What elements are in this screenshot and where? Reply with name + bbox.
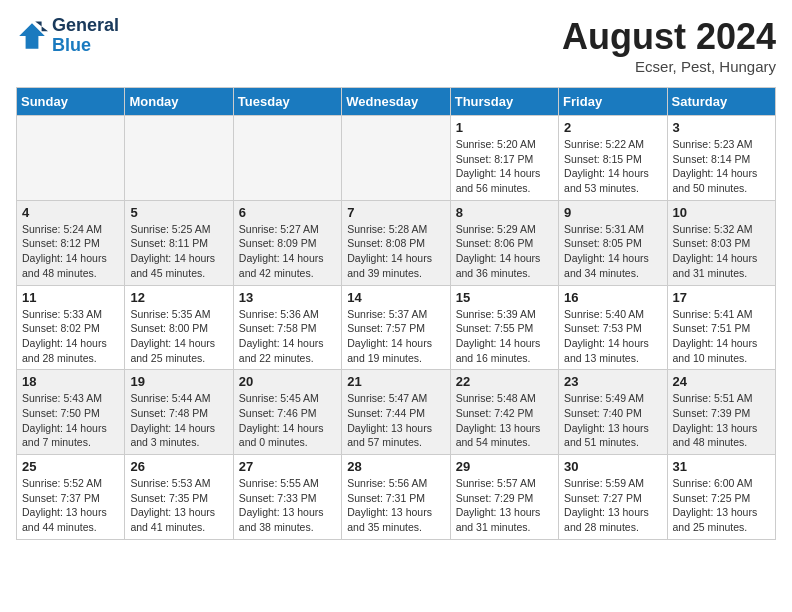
day-info: Sunrise: 5:52 AMSunset: 7:37 PMDaylight:… bbox=[22, 476, 119, 535]
calendar-cell: 25Sunrise: 5:52 AMSunset: 7:37 PMDayligh… bbox=[17, 455, 125, 540]
day-number: 4 bbox=[22, 205, 119, 220]
day-number: 9 bbox=[564, 205, 661, 220]
calendar-week-row: 4Sunrise: 5:24 AMSunset: 8:12 PMDaylight… bbox=[17, 200, 776, 285]
day-info: Sunrise: 5:32 AMSunset: 8:03 PMDaylight:… bbox=[673, 222, 770, 281]
calendar-cell: 4Sunrise: 5:24 AMSunset: 8:12 PMDaylight… bbox=[17, 200, 125, 285]
day-number: 12 bbox=[130, 290, 227, 305]
day-number: 26 bbox=[130, 459, 227, 474]
title-block: August 2024 Ecser, Pest, Hungary bbox=[562, 16, 776, 75]
calendar: SundayMondayTuesdayWednesdayThursdayFrid… bbox=[16, 87, 776, 540]
day-info: Sunrise: 5:45 AMSunset: 7:46 PMDaylight:… bbox=[239, 391, 336, 450]
day-number: 23 bbox=[564, 374, 661, 389]
day-number: 1 bbox=[456, 120, 553, 135]
calendar-cell: 24Sunrise: 5:51 AMSunset: 7:39 PMDayligh… bbox=[667, 370, 775, 455]
day-number: 27 bbox=[239, 459, 336, 474]
calendar-cell: 5Sunrise: 5:25 AMSunset: 8:11 PMDaylight… bbox=[125, 200, 233, 285]
calendar-week-row: 1Sunrise: 5:20 AMSunset: 8:17 PMDaylight… bbox=[17, 116, 776, 201]
calendar-cell: 9Sunrise: 5:31 AMSunset: 8:05 PMDaylight… bbox=[559, 200, 667, 285]
calendar-week-row: 11Sunrise: 5:33 AMSunset: 8:02 PMDayligh… bbox=[17, 285, 776, 370]
logo-icon bbox=[16, 20, 48, 52]
day-number: 29 bbox=[456, 459, 553, 474]
month-title: August 2024 bbox=[562, 16, 776, 58]
weekday-header: Tuesday bbox=[233, 88, 341, 116]
weekday-header: Thursday bbox=[450, 88, 558, 116]
day-info: Sunrise: 5:33 AMSunset: 8:02 PMDaylight:… bbox=[22, 307, 119, 366]
calendar-cell: 10Sunrise: 5:32 AMSunset: 8:03 PMDayligh… bbox=[667, 200, 775, 285]
day-info: Sunrise: 5:31 AMSunset: 8:05 PMDaylight:… bbox=[564, 222, 661, 281]
day-number: 24 bbox=[673, 374, 770, 389]
calendar-cell: 18Sunrise: 5:43 AMSunset: 7:50 PMDayligh… bbox=[17, 370, 125, 455]
weekday-header: Wednesday bbox=[342, 88, 450, 116]
day-number: 16 bbox=[564, 290, 661, 305]
day-number: 10 bbox=[673, 205, 770, 220]
calendar-cell: 29Sunrise: 5:57 AMSunset: 7:29 PMDayligh… bbox=[450, 455, 558, 540]
day-number: 3 bbox=[673, 120, 770, 135]
svg-marker-0 bbox=[19, 23, 45, 49]
day-info: Sunrise: 6:00 AMSunset: 7:25 PMDaylight:… bbox=[673, 476, 770, 535]
calendar-cell: 12Sunrise: 5:35 AMSunset: 8:00 PMDayligh… bbox=[125, 285, 233, 370]
weekday-header: Friday bbox=[559, 88, 667, 116]
calendar-cell: 14Sunrise: 5:37 AMSunset: 7:57 PMDayligh… bbox=[342, 285, 450, 370]
calendar-header-row: SundayMondayTuesdayWednesdayThursdayFrid… bbox=[17, 88, 776, 116]
page-header: General Blue August 2024 Ecser, Pest, Hu… bbox=[16, 16, 776, 75]
location: Ecser, Pest, Hungary bbox=[562, 58, 776, 75]
day-info: Sunrise: 5:39 AMSunset: 7:55 PMDaylight:… bbox=[456, 307, 553, 366]
day-number: 8 bbox=[456, 205, 553, 220]
day-info: Sunrise: 5:37 AMSunset: 7:57 PMDaylight:… bbox=[347, 307, 444, 366]
calendar-cell: 11Sunrise: 5:33 AMSunset: 8:02 PMDayligh… bbox=[17, 285, 125, 370]
calendar-cell: 2Sunrise: 5:22 AMSunset: 8:15 PMDaylight… bbox=[559, 116, 667, 201]
day-number: 5 bbox=[130, 205, 227, 220]
day-number: 28 bbox=[347, 459, 444, 474]
day-number: 2 bbox=[564, 120, 661, 135]
day-info: Sunrise: 5:27 AMSunset: 8:09 PMDaylight:… bbox=[239, 222, 336, 281]
day-number: 31 bbox=[673, 459, 770, 474]
calendar-cell: 22Sunrise: 5:48 AMSunset: 7:42 PMDayligh… bbox=[450, 370, 558, 455]
day-info: Sunrise: 5:43 AMSunset: 7:50 PMDaylight:… bbox=[22, 391, 119, 450]
day-number: 30 bbox=[564, 459, 661, 474]
day-info: Sunrise: 5:23 AMSunset: 8:14 PMDaylight:… bbox=[673, 137, 770, 196]
day-info: Sunrise: 5:57 AMSunset: 7:29 PMDaylight:… bbox=[456, 476, 553, 535]
weekday-header: Sunday bbox=[17, 88, 125, 116]
calendar-cell bbox=[233, 116, 341, 201]
calendar-cell: 26Sunrise: 5:53 AMSunset: 7:35 PMDayligh… bbox=[125, 455, 233, 540]
calendar-cell: 21Sunrise: 5:47 AMSunset: 7:44 PMDayligh… bbox=[342, 370, 450, 455]
day-number: 25 bbox=[22, 459, 119, 474]
calendar-cell bbox=[17, 116, 125, 201]
day-number: 6 bbox=[239, 205, 336, 220]
calendar-cell: 8Sunrise: 5:29 AMSunset: 8:06 PMDaylight… bbox=[450, 200, 558, 285]
day-info: Sunrise: 5:29 AMSunset: 8:06 PMDaylight:… bbox=[456, 222, 553, 281]
logo-text: General Blue bbox=[52, 16, 119, 56]
calendar-cell: 20Sunrise: 5:45 AMSunset: 7:46 PMDayligh… bbox=[233, 370, 341, 455]
calendar-cell: 31Sunrise: 6:00 AMSunset: 7:25 PMDayligh… bbox=[667, 455, 775, 540]
calendar-cell: 27Sunrise: 5:55 AMSunset: 7:33 PMDayligh… bbox=[233, 455, 341, 540]
calendar-cell: 17Sunrise: 5:41 AMSunset: 7:51 PMDayligh… bbox=[667, 285, 775, 370]
calendar-week-row: 25Sunrise: 5:52 AMSunset: 7:37 PMDayligh… bbox=[17, 455, 776, 540]
day-info: Sunrise: 5:35 AMSunset: 8:00 PMDaylight:… bbox=[130, 307, 227, 366]
day-info: Sunrise: 5:44 AMSunset: 7:48 PMDaylight:… bbox=[130, 391, 227, 450]
day-info: Sunrise: 5:22 AMSunset: 8:15 PMDaylight:… bbox=[564, 137, 661, 196]
day-info: Sunrise: 5:49 AMSunset: 7:40 PMDaylight:… bbox=[564, 391, 661, 450]
day-info: Sunrise: 5:55 AMSunset: 7:33 PMDaylight:… bbox=[239, 476, 336, 535]
day-number: 19 bbox=[130, 374, 227, 389]
calendar-cell: 7Sunrise: 5:28 AMSunset: 8:08 PMDaylight… bbox=[342, 200, 450, 285]
day-info: Sunrise: 5:20 AMSunset: 8:17 PMDaylight:… bbox=[456, 137, 553, 196]
calendar-cell: 19Sunrise: 5:44 AMSunset: 7:48 PMDayligh… bbox=[125, 370, 233, 455]
day-number: 22 bbox=[456, 374, 553, 389]
day-info: Sunrise: 5:56 AMSunset: 7:31 PMDaylight:… bbox=[347, 476, 444, 535]
calendar-cell: 3Sunrise: 5:23 AMSunset: 8:14 PMDaylight… bbox=[667, 116, 775, 201]
day-info: Sunrise: 5:24 AMSunset: 8:12 PMDaylight:… bbox=[22, 222, 119, 281]
day-number: 17 bbox=[673, 290, 770, 305]
day-info: Sunrise: 5:59 AMSunset: 7:27 PMDaylight:… bbox=[564, 476, 661, 535]
day-info: Sunrise: 5:40 AMSunset: 7:53 PMDaylight:… bbox=[564, 307, 661, 366]
day-info: Sunrise: 5:41 AMSunset: 7:51 PMDaylight:… bbox=[673, 307, 770, 366]
calendar-cell: 13Sunrise: 5:36 AMSunset: 7:58 PMDayligh… bbox=[233, 285, 341, 370]
day-info: Sunrise: 5:36 AMSunset: 7:58 PMDaylight:… bbox=[239, 307, 336, 366]
day-info: Sunrise: 5:53 AMSunset: 7:35 PMDaylight:… bbox=[130, 476, 227, 535]
day-number: 18 bbox=[22, 374, 119, 389]
day-number: 7 bbox=[347, 205, 444, 220]
calendar-week-row: 18Sunrise: 5:43 AMSunset: 7:50 PMDayligh… bbox=[17, 370, 776, 455]
calendar-cell: 6Sunrise: 5:27 AMSunset: 8:09 PMDaylight… bbox=[233, 200, 341, 285]
calendar-cell: 15Sunrise: 5:39 AMSunset: 7:55 PMDayligh… bbox=[450, 285, 558, 370]
calendar-cell: 23Sunrise: 5:49 AMSunset: 7:40 PMDayligh… bbox=[559, 370, 667, 455]
calendar-cell bbox=[125, 116, 233, 201]
